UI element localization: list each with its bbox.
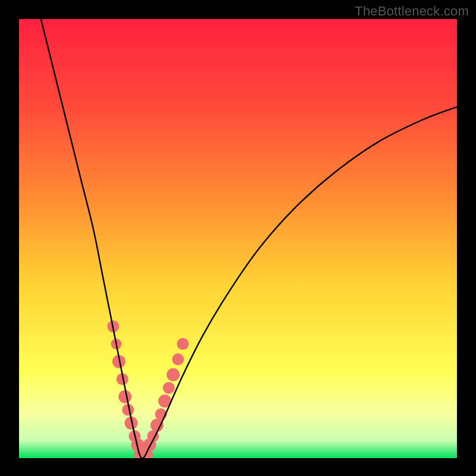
right-cluster-dot bbox=[151, 419, 164, 432]
chart-svg bbox=[0, 0, 476, 476]
left-cluster-dot bbox=[118, 390, 131, 403]
chart-stage: TheBottleneck.com bbox=[0, 0, 476, 476]
right-cluster-dot bbox=[172, 353, 184, 365]
right-cluster-dot bbox=[177, 338, 189, 350]
watermark-text: TheBottleneck.com bbox=[355, 4, 469, 19]
right-cluster-dot bbox=[167, 368, 180, 381]
plot-background bbox=[19, 19, 457, 458]
right-cluster-dot bbox=[163, 382, 175, 394]
